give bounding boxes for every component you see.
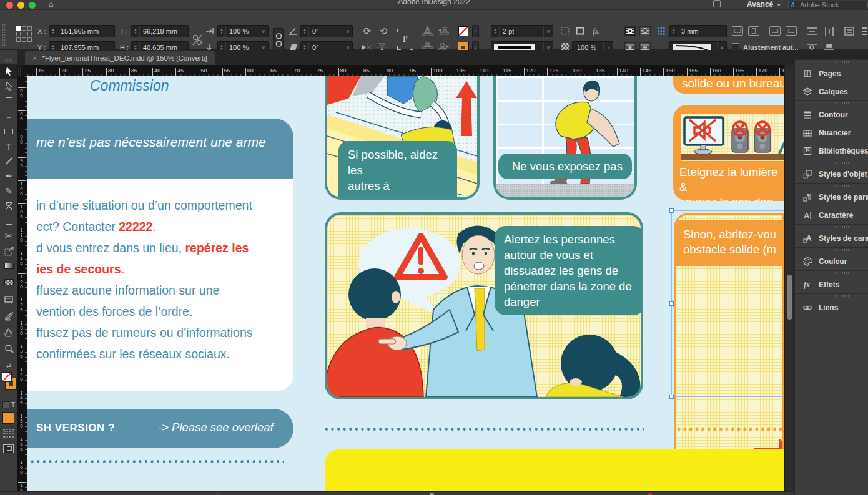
apply-gradient-button[interactable] (3, 429, 14, 438)
dock-item-calques[interactable]: Calques (795, 82, 868, 100)
selection-tool[interactable] (0, 64, 17, 79)
apply-color-button[interactable] (2, 412, 14, 424)
dock-group-grip[interactable] (835, 185, 849, 187)
fill-none-swatch[interactable] (2, 372, 12, 382)
wrap-bounding-box-button[interactable] (639, 26, 651, 36)
rotate-cw-icon[interactable]: ⟳ (361, 25, 373, 37)
rotation-field[interactable]: ▲▼ 0° ∨ (300, 25, 353, 37)
dock-group-grip[interactable] (835, 272, 849, 274)
scrollbar-thumb[interactable] (787, 275, 792, 320)
adobe-stock-search[interactable]: AAdobe Stock (788, 1, 868, 9)
rectangle-tool[interactable] (0, 213, 17, 228)
controlbar-grip[interactable] (2, 24, 6, 47)
direct-selection-tool[interactable] (0, 79, 17, 94)
dock-item-couleur[interactable]: Couleur (795, 252, 868, 270)
vertical-ruler[interactable]: 8085909510010511011512012513013514014515… (17, 76, 27, 491)
line-tool[interactable] (0, 154, 17, 169)
maximize-window-button[interactable] (29, 2, 36, 9)
dock-item-nuancier[interactable]: Nuancier (795, 124, 868, 142)
dock-group-grip[interactable] (835, 226, 849, 228)
selection-handle[interactable] (669, 301, 674, 306)
eyedropper-tool[interactable] (0, 308, 17, 323)
x-field[interactable]: ▲▼ 151,965 mm (49, 25, 115, 37)
yellow-band-frame[interactable] (325, 449, 784, 491)
fill-options-button[interactable]: › (472, 25, 479, 37)
zoom-tool[interactable] (0, 341, 17, 356)
scissors-tool[interactable]: ✂ (0, 228, 17, 243)
dock-group-grip[interactable] (835, 249, 849, 251)
selection-handle[interactable] (669, 395, 674, 399)
dock-item-styles-paragraphe[interactable]: ¶Styles de paragraphe (795, 188, 868, 206)
width-field[interactable]: ▲▼ 66,218 mm (131, 25, 189, 37)
ruler-origin-corner[interactable] (17, 65, 27, 76)
document-canvas[interactable]: Commission me n’est pas nécessairement u… (27, 76, 784, 491)
hand-tool[interactable] (0, 325, 17, 340)
gradient-feather-tool[interactable] (0, 275, 17, 290)
chevron-down-icon[interactable]: ∨ (543, 26, 553, 37)
paragraph-space-icon[interactable] (844, 27, 854, 36)
body-text-frame[interactable]: in d’une situation ou d’un comportemente… (27, 179, 293, 391)
corner-options-icon[interactable] (561, 27, 570, 36)
workspace-switcher[interactable]: Avancé▼ (747, 0, 781, 9)
select-previous-object-icon[interactable] (438, 26, 449, 36)
headline-frame[interactable]: me n’est pas nécessairement une arme (27, 119, 293, 179)
note-tool[interactable] (0, 292, 17, 307)
selection-handle[interactable] (669, 208, 674, 213)
panel-help-others[interactable]: Si possible, aidez les autres à s’échapp… (325, 76, 480, 200)
gap-tool[interactable]: ↔ (0, 109, 17, 124)
close-window-button[interactable] (6, 2, 13, 9)
dock-group-grip[interactable] (835, 295, 849, 297)
scale-x-field[interactable]: ▲▼ 100 % ∨ (217, 25, 269, 37)
formatting-affects-toggle[interactable]: T (0, 397, 17, 412)
free-transform-tool[interactable] (0, 243, 17, 258)
more-options-icon[interactable] (862, 27, 868, 36)
fill-stroke-indicator[interactable] (0, 372, 17, 393)
stroke-weight-field[interactable]: ▲▼ 2 pt ∨ (491, 25, 553, 37)
pen-tool[interactable]: ✒ (0, 169, 17, 184)
reference-point-proxy[interactable] (16, 26, 35, 45)
pencil-tool[interactable]: ✎ (0, 184, 17, 198)
dock-item-bibliotheques[interactable]: Bibliothèques CC (795, 142, 868, 160)
page-tool[interactable] (0, 94, 17, 109)
tools-panel-grip[interactable] (4, 59, 13, 62)
vertical-scrollbar[interactable] (784, 65, 794, 491)
gradient-swatch-tool[interactable] (0, 258, 17, 273)
dock-item-liens[interactable]: Liens (795, 298, 868, 316)
close-tab-icon[interactable]: × (32, 54, 36, 62)
chevron-down-icon[interactable]: ∨ (343, 26, 352, 37)
select-container-up-icon[interactable] (422, 26, 433, 36)
home-icon[interactable]: ⌂ (49, 0, 54, 9)
content-collector-tool[interactable] (0, 124, 17, 139)
version-banner-frame[interactable]: SH VERSION ? -> Please see overleaf (27, 409, 293, 448)
constrain-scale-link-button[interactable] (273, 28, 284, 51)
effects-fx-icon[interactable]: fx. (589, 25, 603, 37)
dock-group-grip[interactable] (835, 162, 849, 164)
page-nav-outline[interactable] (217, 493, 348, 495)
dock-item-styles-caractere[interactable]: AStyles de caractère (795, 229, 868, 247)
rotate-ccw-icon[interactable]: ⟲ (377, 25, 390, 37)
swap-fill-stroke-icon[interactable]: ⇄ (0, 360, 17, 371)
panel-shelter[interactable]: Sinon, abritez-vou obstacle solide (m (674, 213, 784, 471)
dock-item-contour[interactable]: Contour (795, 105, 868, 124)
wrap-offset-proxy-icon[interactable] (657, 27, 665, 35)
distribute-panel-icon[interactable] (824, 27, 834, 36)
align-panel-icon[interactable] (807, 27, 817, 36)
dock-item-effets[interactable]: fxEffets (795, 275, 868, 293)
dock-item-caractere[interactable]: ACaractère (795, 206, 868, 224)
apps-grid-icon[interactable] (713, 0, 721, 7)
screen-mode-button[interactable] (3, 444, 14, 453)
wrap-none-button[interactable] (624, 26, 636, 36)
fit-frame-to-content-button[interactable] (769, 26, 781, 36)
dock-group-grip[interactable] (835, 102, 849, 104)
fill-swatch-none[interactable] (458, 26, 468, 36)
minimize-window-button[interactable] (17, 2, 24, 9)
panel-hide-desk-caption[interactable]: solide ou un bureau (673, 76, 784, 94)
panel-lights-off[interactable]: Eteignez la lumière & coupez le son des … (673, 105, 784, 201)
dock-group-grip[interactable] (835, 61, 849, 63)
type-tool[interactable]: T (0, 139, 17, 154)
dock-item-pages[interactable]: Pages (795, 64, 868, 82)
frame-tool[interactable] (0, 198, 17, 213)
panel-alert-people[interactable]: Alertez les personnes autour de vous et … (325, 212, 643, 399)
constrain-dimensions-icon[interactable] (192, 34, 203, 46)
horizontal-ruler[interactable]: 1520253035404550556065707580859095100105… (27, 65, 784, 76)
